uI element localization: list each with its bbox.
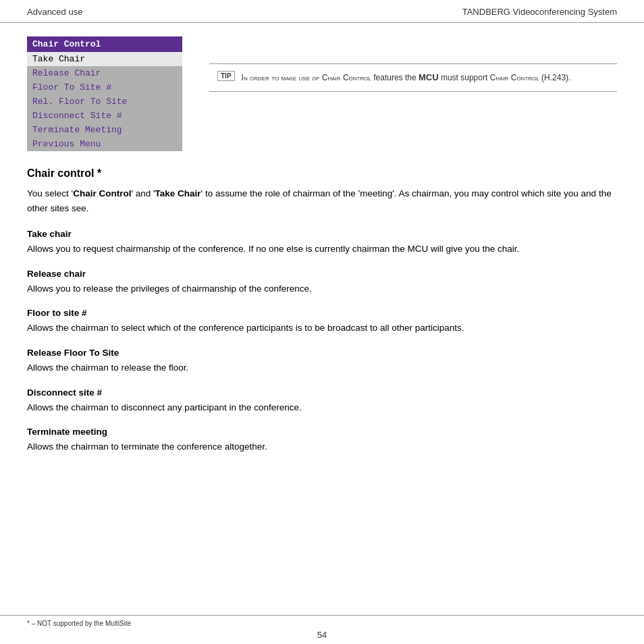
subsection-1: Release chairAllows you to release the p… [27, 269, 617, 296]
header-center: TANDBERG Videoconferencing System [462, 7, 617, 17]
tip-box: TIP In order to make use of Chair Contro… [209, 63, 617, 92]
menu-item-2[interactable]: Floor To Site # [27, 80, 182, 95]
subsection-title-2: Floor to site # [27, 308, 617, 318]
section-intro: You select 'Chair Control' and 'Take Cha… [27, 186, 617, 215]
subsection-body-5: Allows the chairman to terminate the con… [27, 439, 617, 454]
menu-item-5[interactable]: Terminate Meeting [27, 123, 182, 137]
tip-text: In order to make use of Chair Control fe… [242, 71, 571, 84]
section-title-main: Chair control * [27, 167, 617, 180]
subsection-title-5: Terminate meeting [27, 427, 617, 437]
bold-chair-control: Chair Control [73, 188, 131, 198]
subsection-body-0: Allows you to request chairmanship of th… [27, 242, 617, 257]
subsection-4: Disconnect site #Allows the chairman to … [27, 387, 617, 415]
menu-item-6[interactable]: Previous Menu [27, 137, 182, 151]
page-header: Advanced use TANDBERG Videoconferencing … [0, 0, 644, 23]
bold-take-chair: Take Chair [155, 188, 201, 198]
subsection-title-4: Disconnect site # [27, 387, 617, 398]
subsection-title-1: Release chair [27, 269, 617, 279]
footnote: * – NOT supported by the MultiSite [27, 620, 131, 627]
subsection-0: Take chairAllows you to request chairman… [27, 229, 617, 257]
subsection-body-4: Allows the chairman to disconnect any pa… [27, 400, 617, 415]
subsection-3: Release Floor To SiteAllows the chairman… [27, 348, 617, 375]
top-section: Chair Control Take ChairRelease ChairFlo… [27, 36, 617, 151]
subsection-title-0: Take chair [27, 229, 617, 239]
menu-item-0[interactable]: Take Chair [27, 52, 182, 66]
menu-item-1[interactable]: Release Chair [27, 66, 182, 80]
tip-label: TIP [217, 71, 235, 81]
menu-panel: Chair Control Take ChairRelease ChairFlo… [27, 36, 182, 151]
page-number: 54 [317, 630, 327, 640]
menu-item-4[interactable]: Disconnect Site # [27, 109, 182, 123]
page-footer: * – NOT supported by the MultiSite 54 [0, 615, 644, 644]
menu-title: Chair Control [27, 36, 182, 52]
header-left: Advanced use [27, 7, 82, 17]
subsection-body-1: Allows you to release the privileges of … [27, 281, 617, 296]
subsection-body-2: Allows the chairman to select which of t… [27, 321, 617, 336]
page-content: Chair Control Take ChairRelease ChairFlo… [0, 23, 644, 615]
subsection-5: Terminate meetingAllows the chairman to … [27, 427, 617, 454]
subsection-body-3: Allows the chairman to release the floor… [27, 360, 617, 375]
subsection-title-3: Release Floor To Site [27, 348, 617, 358]
subsection-2: Floor to site #Allows the chairman to se… [27, 308, 617, 336]
menu-item-3[interactable]: Rel. Floor To Site [27, 95, 182, 109]
